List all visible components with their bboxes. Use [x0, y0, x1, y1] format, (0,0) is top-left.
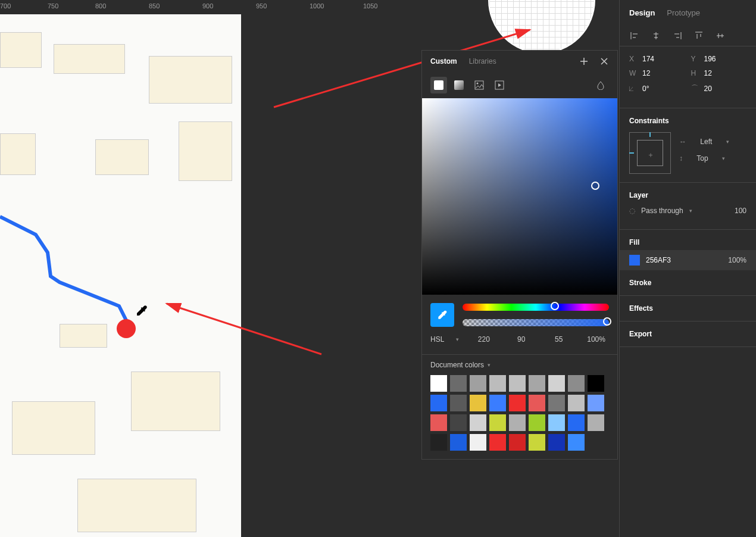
eyedropper-button[interactable]	[430, 303, 454, 327]
blend-icon: ◌	[629, 207, 635, 215]
color-swatch[interactable]	[470, 434, 486, 451]
ruler-tick: 900	[202, 2, 213, 10]
height-field[interactable]: 12	[704, 69, 712, 77]
color-swatch[interactable]	[470, 414, 486, 431]
alpha-thumb[interactable]	[603, 317, 611, 326]
fill-opacity[interactable]: 100%	[728, 256, 746, 264]
rotation-icon: ⟀	[629, 85, 638, 93]
color-swatch[interactable]	[548, 395, 565, 411]
color-swatch[interactable]	[548, 414, 565, 431]
y-field[interactable]: 196	[704, 55, 716, 63]
color-swatch[interactable]	[548, 375, 565, 392]
align-vcenter-icon[interactable]	[715, 30, 726, 41]
hue-thumb[interactable]	[551, 302, 559, 310]
color-swatch[interactable]	[509, 434, 526, 451]
color-swatch[interactable]	[489, 434, 506, 451]
align-right-icon[interactable]	[672, 30, 683, 41]
color-swatch[interactable]	[529, 434, 545, 451]
color-swatch[interactable]	[568, 414, 585, 431]
fill-hex[interactable]: 256AF3	[646, 256, 671, 264]
alpha-value[interactable]: 100%	[583, 335, 609, 344]
color-swatch[interactable]	[450, 434, 467, 451]
route-line	[0, 14, 241, 537]
vconstraint-icon: ↕	[679, 154, 683, 163]
ruler-tick: 800	[95, 2, 106, 10]
color-swatch[interactable]	[489, 414, 506, 431]
tab-design[interactable]: Design	[629, 8, 655, 17]
color-swatch[interactable]	[430, 375, 447, 392]
rotation-field[interactable]: 0°	[642, 85, 649, 93]
color-model-select[interactable]: HSL	[430, 335, 444, 344]
hue-value[interactable]: 220	[471, 335, 496, 344]
lightness-value[interactable]: 55	[546, 335, 571, 344]
color-swatch[interactable]	[548, 434, 565, 451]
color-swatch[interactable]	[568, 434, 585, 451]
saturation-field[interactable]	[422, 98, 617, 295]
color-swatch[interactable]	[509, 375, 526, 392]
color-swatch[interactable]	[588, 395, 604, 411]
inspector-panel: Design Prototype X174 Y196 W12 H12 ⟀0° ⌒…	[619, 0, 756, 537]
color-swatch[interactable]	[489, 375, 506, 392]
hconstraint-select[interactable]: Left	[700, 138, 712, 146]
ruler-tick: 750	[48, 2, 58, 10]
hconstraint-icon: ↔	[679, 138, 686, 146]
saturation-value[interactable]: 90	[508, 335, 534, 344]
add-style-icon[interactable]	[579, 57, 589, 66]
alpha-slider[interactable]	[463, 319, 609, 326]
ruler-tick: 850	[149, 2, 160, 10]
color-swatch[interactable]	[450, 395, 467, 411]
effects-title[interactable]: Effects	[629, 304, 746, 313]
color-swatch[interactable]	[529, 414, 545, 431]
export-title[interactable]: Export	[629, 330, 746, 338]
color-swatch[interactable]	[450, 414, 467, 431]
width-field[interactable]: 12	[642, 69, 650, 77]
color-swatch[interactable]	[588, 414, 604, 431]
color-swatch[interactable]	[568, 375, 585, 392]
color-swatch[interactable]	[588, 375, 604, 392]
x-field[interactable]: 174	[642, 55, 654, 63]
layer-opacity[interactable]: 100	[735, 207, 746, 215]
saturation-thumb[interactable]	[591, 182, 599, 190]
color-swatch[interactable]	[470, 395, 486, 411]
solid-fill-button[interactable]	[430, 77, 447, 93]
stroke-title[interactable]: Stroke	[629, 279, 746, 287]
align-top-icon[interactable]	[693, 30, 704, 41]
video-fill-button[interactable]	[491, 77, 508, 93]
color-swatch[interactable]	[430, 414, 447, 431]
color-swatch[interactable]	[450, 375, 467, 392]
svg-point-3	[477, 83, 479, 85]
gradient-fill-button[interactable]	[451, 77, 467, 93]
fill-title: Fill	[629, 238, 746, 246]
constraints-widget[interactable]: ＋	[629, 132, 671, 174]
chevron-down-icon[interactable]: ▾	[488, 362, 491, 368]
align-hcenter-icon[interactable]	[651, 30, 661, 41]
fill-swatch[interactable]	[629, 255, 640, 266]
radius-field[interactable]: 20	[704, 85, 712, 93]
color-swatch[interactable]	[470, 375, 486, 392]
ruler-tick: 700	[0, 2, 11, 10]
canvas-artboard[interactable]	[0, 14, 241, 537]
align-left-icon[interactable]	[629, 30, 640, 41]
document-colors-label[interactable]: Document colors	[430, 361, 484, 369]
blend-select[interactable]: Pass through	[641, 207, 683, 215]
hue-slider[interactable]	[463, 304, 609, 311]
color-swatch[interactable]	[509, 414, 526, 431]
fill-row[interactable]: 256AF3 100%	[620, 250, 756, 270]
image-fill-button[interactable]	[471, 77, 488, 93]
color-swatch[interactable]	[489, 395, 506, 411]
tab-libraries[interactable]: Libraries	[469, 57, 496, 65]
color-swatch[interactable]	[529, 395, 545, 411]
color-swatch[interactable]	[430, 434, 447, 451]
color-swatch[interactable]	[568, 395, 585, 411]
color-swatch[interactable]	[430, 395, 447, 411]
layer-title: Layer	[629, 191, 746, 199]
tab-custom[interactable]: Custom	[430, 57, 457, 65]
close-icon[interactable]	[599, 57, 609, 66]
color-swatch[interactable]	[509, 395, 526, 411]
color-swatch[interactable]	[529, 375, 545, 392]
tab-prototype[interactable]: Prototype	[667, 8, 700, 17]
radius-icon: ⌒	[691, 83, 699, 93]
blend-mode-icon[interactable]	[592, 77, 609, 93]
ruler-tick: 1000	[310, 2, 324, 10]
vconstraint-select[interactable]: Top	[696, 154, 708, 163]
